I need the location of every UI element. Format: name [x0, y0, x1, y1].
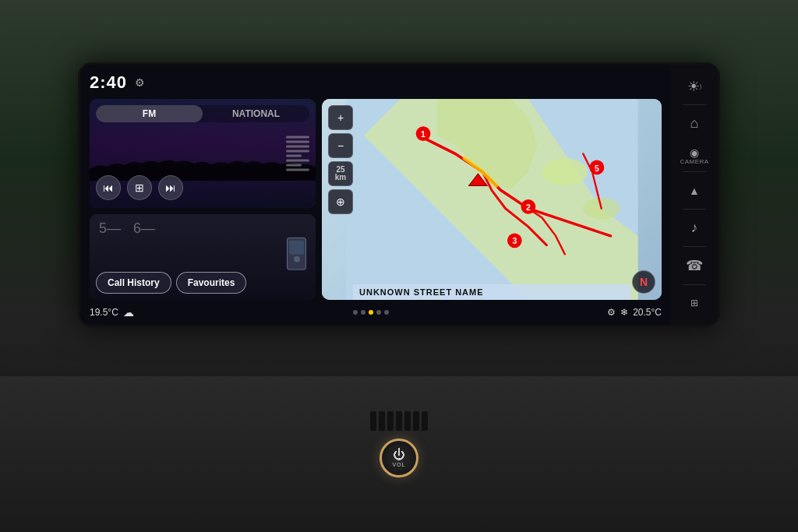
nav-panel: 1 2 3 5 + − [322, 99, 662, 300]
radio-speaker [286, 136, 309, 171]
svg-text:1: 1 [421, 129, 425, 139]
vent-area [370, 411, 428, 431]
music-icon: ♪ [691, 220, 698, 236]
svg-text:3: 3 [512, 236, 517, 245]
forward-button[interactable]: ⏭ [158, 175, 183, 200]
temp-right-area: ⚙ ❄ 20.5°C [607, 307, 662, 318]
page-dot-4[interactable] [376, 310, 381, 315]
vent-slot-2 [379, 411, 385, 431]
compass[interactable]: N [632, 270, 655, 294]
speaker-line-2 [286, 141, 309, 143]
phone-home-btn [294, 256, 300, 262]
left-panels: FM NATIONAL [90, 99, 316, 300]
street-name: UNKNOWN STREET NAME [359, 287, 484, 297]
favourites-button[interactable]: Favourites [176, 272, 247, 294]
phone-num-right: 6— [133, 220, 155, 237]
street-name-bar: UNKNOWN STREET NAME [353, 284, 630, 300]
speaker-line-1 [286, 136, 309, 139]
vol-label: VOL [392, 462, 405, 467]
sidebar-icon-brightness[interactable]: ☀ ) [675, 72, 714, 100]
phone-buttons: Call History Favourites [96, 272, 309, 294]
content-panels: FM NATIONAL [90, 99, 662, 300]
temp-left: 19.5°C [90, 307, 118, 318]
settings-icon[interactable]: ⚙ [135, 76, 145, 89]
page-dot-2[interactable] [361, 310, 365, 315]
page-indicator [353, 310, 389, 315]
svg-text:5: 5 [595, 164, 599, 173]
sidebar-divider-1 [683, 104, 706, 105]
sidebar-icon-nav[interactable]: ▲ [675, 177, 714, 204]
map-controls: + − 25 km ⊕ [328, 105, 353, 294]
rewind-button[interactable]: ⏮ [96, 175, 121, 200]
brightness-icon: ☀ [687, 78, 700, 95]
vent-slot-5 [404, 411, 411, 431]
apps-icon: ⊞ [690, 298, 698, 308]
phone-num-left: 5— [99, 220, 121, 237]
page-dot-1[interactable] [353, 310, 358, 315]
top-bar: 2:40 ⚙ [90, 72, 662, 93]
home-icon: ⌂ [690, 115, 699, 132]
tab-fm[interactable]: FM [96, 105, 203, 122]
zoom-in-button[interactable]: + [328, 105, 353, 130]
phone-screen [289, 241, 304, 255]
right-sidebar: ☀ ) ⌂ ◉ CAMERA ▲ ♪ ☎ [671, 65, 718, 325]
phone-device-icon [287, 238, 306, 270]
sidebar-divider-4 [683, 246, 706, 247]
zoom-out-icon: − [337, 139, 344, 152]
screen-main: 2:40 ⚙ [80, 65, 671, 325]
sidebar-icon-music[interactable]: ♪ [675, 214, 714, 241]
power-vol-button[interactable]: ⏻ VOL [380, 439, 418, 477]
map-mode-button[interactable]: ⊕ [328, 189, 353, 214]
phone-numbers: 5— 6— [99, 220, 155, 237]
zoom-unit: km [335, 174, 346, 181]
page-dot-3[interactable] [369, 310, 373, 315]
speaker-line-5 [286, 155, 302, 157]
dashboard: 2:40 ⚙ [0, 0, 798, 532]
svg-point-1 [542, 158, 588, 185]
call-history-button[interactable]: Call History [96, 272, 171, 294]
seat-heat-icon: ⚙ [607, 307, 616, 318]
phone-icon: ☎ [686, 257, 703, 274]
tab-national[interactable]: NATIONAL [203, 105, 309, 122]
map-svg: 1 2 3 5 [322, 99, 662, 300]
sidebar-divider-3 [683, 209, 706, 210]
sidebar-icon-phone[interactable]: ☎ [675, 252, 714, 279]
speaker-line-3 [286, 146, 309, 148]
fan-icon: ☁ [123, 306, 134, 319]
svg-text:2: 2 [526, 203, 531, 212]
camera-label: CAMERA [680, 158, 708, 165]
camera-icon: ◉ [690, 146, 699, 159]
sidebar-icon-camera[interactable]: ◉ CAMERA [675, 139, 714, 167]
dashboard-bottom: ⏻ VOL [0, 376, 798, 532]
temp-left-area: 19.5°C ☁ [90, 306, 134, 319]
power-symbol: ⏻ [393, 449, 405, 461]
map-mode-icon: ⊕ [336, 196, 345, 208]
vent-slot-3 [387, 411, 394, 431]
speaker-line-7 [286, 164, 302, 167]
zoom-in-icon: + [337, 111, 344, 124]
nav-icon: ▲ [689, 185, 700, 197]
zoom-out-button[interactable]: − [328, 133, 353, 158]
vent-slot-4 [396, 411, 402, 431]
compass-icon: N [640, 276, 648, 288]
grid-button[interactable]: ⊞ [127, 175, 152, 200]
bottom-bar: 19.5°C ☁ ⚙ ❄ 20.5°C [90, 306, 662, 319]
vent-slot-7 [422, 411, 428, 431]
sidebar-icon-apps[interactable]: ⊞ [675, 290, 714, 317]
speaker-line-8 [286, 169, 309, 171]
sidebar-divider-2 [683, 171, 706, 172]
sidebar-icon-home[interactable]: ⌂ [675, 110, 714, 137]
radio-tabs: FM NATIONAL [96, 105, 309, 122]
speaker-line-4 [286, 150, 309, 153]
sidebar-divider-5 [683, 284, 706, 285]
vent-slot-6 [413, 411, 419, 431]
power-btn-inner: ⏻ VOL [392, 449, 405, 467]
speaker-line-6 [286, 160, 309, 162]
time-display: 2:40 [90, 72, 127, 93]
page-dot-5[interactable] [384, 310, 389, 315]
radio-panel: FM NATIONAL [90, 99, 316, 208]
air-icon: ❄ [620, 307, 628, 318]
phone-panel: 5— 6— Call History [90, 214, 316, 300]
zoom-level-button[interactable]: 25 km [328, 161, 353, 186]
radio-controls: ⏮ ⊞ ⏭ [96, 175, 183, 200]
